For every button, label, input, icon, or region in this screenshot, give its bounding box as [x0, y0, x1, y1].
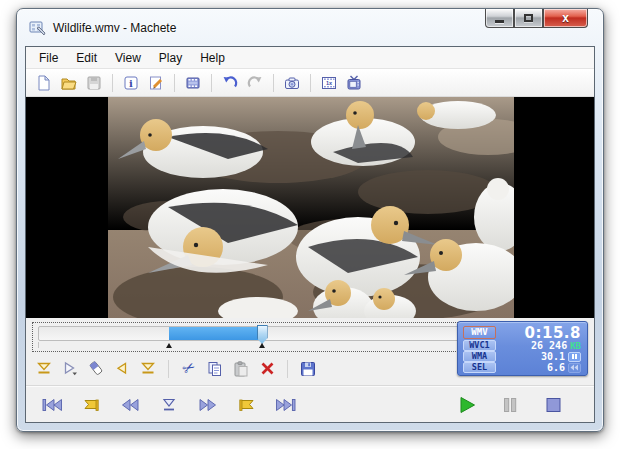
stop-button[interactable] — [540, 394, 566, 416]
edit-clip-button[interactable] — [145, 72, 167, 94]
menu-edit[interactable]: Edit — [67, 49, 106, 67]
cut-button[interactable]: ✂ — [179, 359, 199, 379]
menu-bar: File Edit View Play Help — [26, 47, 594, 69]
open-file-icon — [61, 75, 77, 91]
file-size-unit: KB — [570, 341, 581, 351]
step-back-button[interactable] — [112, 359, 132, 379]
duration-value: 30.1 — [541, 351, 565, 362]
marker-next-button[interactable] — [234, 394, 260, 416]
copy-button[interactable] — [205, 359, 225, 379]
undo-button[interactable] — [219, 72, 241, 94]
play-button[interactable] — [454, 394, 480, 416]
selection-start-button[interactable] — [34, 359, 54, 379]
film-stream-icon — [185, 75, 201, 91]
snapshot-icon — [284, 75, 300, 91]
rewind-button[interactable] — [117, 394, 143, 416]
close-icon: x — [562, 11, 569, 25]
delete-button[interactable] — [257, 359, 277, 379]
save-selection-button[interactable] — [298, 359, 318, 379]
selection-start-icon — [36, 361, 52, 376]
toolbar-separator — [168, 360, 169, 378]
frame-step-icon: 1x — [321, 75, 337, 91]
video-codec-chip[interactable]: WVC1 — [463, 340, 496, 351]
audio-codec-chip[interactable]: WMA — [463, 351, 496, 362]
svg-text:i: i — [129, 78, 133, 89]
redo-button[interactable] — [244, 72, 266, 94]
selection-end-icon — [140, 361, 156, 376]
window-title: Wildlife.wmv - Machete — [53, 21, 176, 35]
frame-step-button[interactable]: 1x — [318, 72, 340, 94]
play-selection-icon — [62, 361, 78, 376]
toolbar-separator — [287, 360, 288, 378]
selection-chip[interactable]: SEL — [463, 362, 496, 373]
format-chip[interactable]: WMV — [463, 326, 496, 339]
toolbar-separator — [310, 74, 311, 92]
open-file-button[interactable] — [58, 72, 80, 94]
marker-strip — [38, 341, 460, 349]
marker-previous-icon — [81, 398, 101, 412]
erase-selection-icon — [88, 361, 104, 376]
main-toolbar: i — [26, 69, 594, 97]
app-window: Wildlife.wmv - Machete x File Edit View … — [16, 8, 604, 432]
save-file-button[interactable] — [83, 72, 105, 94]
marker-previous-button[interactable] — [78, 394, 104, 416]
selection-length-value: 6.6 — [547, 362, 565, 373]
control-panel: WMV 0:15.8 WVC1 26 246 KB WMA 30.1 — [26, 318, 594, 422]
menu-help[interactable]: Help — [191, 49, 234, 67]
seek-box — [32, 322, 466, 352]
redo-icon — [247, 75, 263, 91]
selection-end-marker — [259, 343, 265, 348]
paste-button[interactable] — [231, 359, 251, 379]
machete-app-icon — [29, 20, 46, 36]
seek-track[interactable] — [38, 326, 460, 341]
edit-clip-icon — [148, 75, 164, 91]
current-position-icon — [160, 398, 178, 412]
save-selection-icon — [300, 361, 316, 377]
client-area: File Edit View Play Help — [25, 46, 595, 423]
undo-icon — [222, 75, 238, 91]
rewind-icon — [120, 398, 140, 412]
selection-end-button[interactable] — [138, 359, 158, 379]
file-size-value: 26 246 — [531, 340, 567, 351]
new-file-icon — [36, 75, 52, 91]
close-button[interactable]: x — [543, 9, 588, 28]
playback-bar — [26, 387, 594, 422]
save-file-icon — [86, 75, 102, 91]
new-file-button[interactable] — [33, 72, 55, 94]
menu-view[interactable]: View — [106, 49, 150, 67]
play-selection-button[interactable] — [60, 359, 80, 379]
media-info-icon: i — [123, 75, 139, 91]
titlebar[interactable]: Wildlife.wmv - Machete x — [17, 9, 603, 46]
info-panel: WMV 0:15.8 WVC1 26 246 KB WMA 30.1 — [457, 321, 588, 376]
edit-toolbar: ✂ — [34, 355, 318, 382]
step-back-icon — [114, 361, 130, 376]
skip-end-icon — [275, 398, 297, 412]
current-position-button[interactable] — [156, 394, 182, 416]
marker-next-icon — [237, 398, 257, 412]
menu-play[interactable]: Play — [150, 49, 191, 67]
delete-icon — [260, 361, 275, 376]
film-stream-button[interactable] — [182, 72, 204, 94]
selection-start-marker — [166, 343, 172, 348]
minimize-icon — [495, 20, 504, 23]
skip-start-button[interactable] — [39, 394, 65, 416]
pause-button[interactable] — [497, 394, 523, 416]
fast-forward-button[interactable] — [195, 394, 221, 416]
maximize-button[interactable] — [514, 9, 543, 28]
toolbar-separator — [112, 74, 113, 92]
erase-selection-button[interactable] — [86, 359, 106, 379]
tv-preview-button[interactable] — [343, 72, 365, 94]
maximize-icon — [524, 14, 533, 22]
skip-end-button[interactable] — [273, 394, 299, 416]
time-display: 0:15.8 — [525, 324, 581, 342]
video-area — [26, 97, 594, 318]
tv-preview-icon — [346, 75, 362, 91]
minimize-button[interactable] — [485, 9, 514, 28]
seek-selection — [169, 327, 261, 340]
media-info-button[interactable]: i — [120, 72, 142, 94]
menu-file[interactable]: File — [30, 49, 67, 67]
paste-icon — [233, 361, 249, 377]
fast-forward-icon — [198, 398, 218, 412]
skip-start-icon — [41, 398, 63, 412]
snapshot-button[interactable] — [281, 72, 303, 94]
